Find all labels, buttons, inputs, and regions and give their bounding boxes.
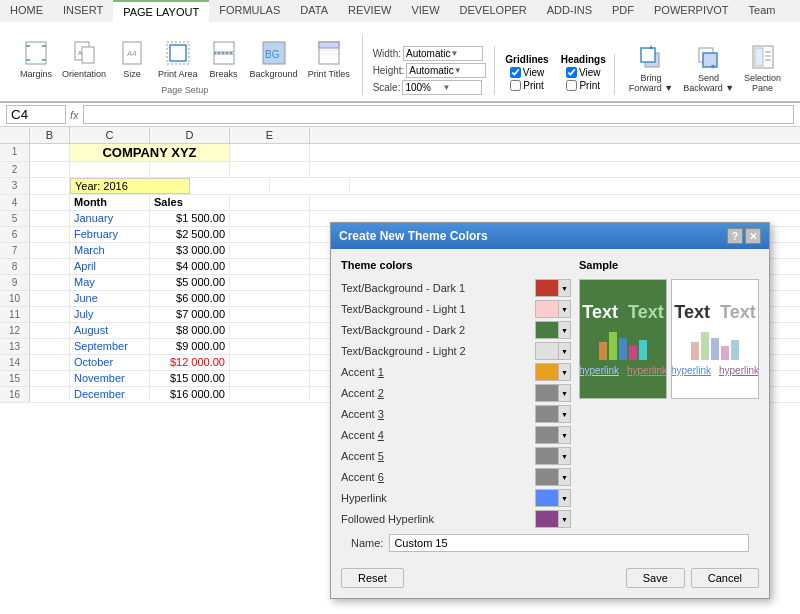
tab-team[interactable]: Team — [739, 0, 786, 22]
cell[interactable] — [30, 243, 70, 258]
gridlines-print-checkbox[interactable] — [510, 80, 521, 91]
sales-cell[interactable]: $6 000.00 — [150, 291, 230, 306]
tab-data[interactable]: DATA — [290, 0, 338, 22]
dark1-color-picker[interactable]: ▼ — [535, 279, 571, 297]
accent5-color-picker[interactable]: ▼ — [535, 447, 571, 465]
tab-insert[interactable]: INSERT — [53, 0, 113, 22]
accent4-color-picker[interactable]: ▼ — [535, 426, 571, 444]
cell[interactable] — [30, 259, 70, 274]
send-backward-button[interactable]: Send Backward ▼ — [679, 39, 738, 95]
sales-cell[interactable]: $8 000.00 — [150, 323, 230, 338]
sales-cell[interactable]: $1 500.00 — [150, 211, 230, 226]
cell[interactable] — [230, 387, 310, 402]
year-cell[interactable]: Year: 2016 — [70, 178, 190, 194]
sales-cell[interactable]: $5 000.00 — [150, 275, 230, 290]
month-cell[interactable]: November — [70, 371, 150, 386]
print-titles-button[interactable]: Print Titles — [304, 35, 354, 81]
width-dropdown[interactable]: Automatic ▼ — [403, 46, 483, 61]
sales-cell[interactable]: $7 000.00 — [150, 307, 230, 322]
save-button[interactable]: Save — [626, 568, 685, 588]
bring-forward-button[interactable]: Bring Forward ▼ — [625, 39, 677, 95]
dialog-help-button[interactable]: ? — [727, 228, 743, 244]
height-dropdown[interactable]: Automatic ▼ — [406, 63, 486, 78]
followed-hyperlink-color-picker[interactable]: ▼ — [535, 510, 571, 528]
cell[interactable] — [230, 195, 310, 210]
cell[interactable] — [30, 178, 70, 194]
light1-color-picker[interactable]: ▼ — [535, 300, 571, 318]
cell[interactable] — [190, 178, 270, 194]
tab-powerpivot[interactable]: POWERPIVOT — [644, 0, 739, 22]
formula-input[interactable] — [83, 105, 794, 124]
cell[interactable] — [30, 144, 70, 161]
sales-cell[interactable]: $16 000.00 — [150, 387, 230, 402]
reset-button[interactable]: Reset — [341, 568, 404, 588]
tab-formulas[interactable]: FORMULAS — [209, 0, 290, 22]
cell[interactable] — [230, 291, 310, 306]
gridlines-view-checkbox[interactable] — [510, 67, 521, 78]
cell[interactable] — [230, 355, 310, 370]
company-title[interactable]: COMPANY XYZ — [70, 144, 230, 161]
month-cell[interactable]: September — [70, 339, 150, 354]
month-header[interactable]: Month — [70, 195, 150, 210]
dialog-close-button[interactable]: ✕ — [745, 228, 761, 244]
cell[interactable] — [30, 195, 70, 210]
tab-view[interactable]: VIEW — [401, 0, 449, 22]
month-cell[interactable]: February — [70, 227, 150, 242]
hyperlink-color-picker[interactable]: ▼ — [535, 489, 571, 507]
cell[interactable] — [230, 144, 310, 161]
accent2-color-picker[interactable]: ▼ — [535, 384, 571, 402]
cell[interactable] — [230, 162, 310, 177]
cell[interactable] — [30, 211, 70, 226]
tab-addins[interactable]: ADD-INS — [537, 0, 602, 22]
month-cell[interactable]: May — [70, 275, 150, 290]
month-cell[interactable]: October — [70, 355, 150, 370]
tab-home[interactable]: HOME — [0, 0, 53, 22]
sales-header[interactable]: Sales — [150, 195, 230, 210]
month-cell[interactable]: December — [70, 387, 150, 402]
cell[interactable] — [230, 227, 310, 242]
dark2-color-picker[interactable]: ▼ — [535, 321, 571, 339]
cell[interactable] — [230, 371, 310, 386]
tab-developer[interactable]: DEVELOPER — [450, 0, 537, 22]
cancel-button[interactable]: Cancel — [691, 568, 759, 588]
light2-color-picker[interactable]: ▼ — [535, 342, 571, 360]
cell[interactable] — [30, 307, 70, 322]
cell[interactable] — [30, 339, 70, 354]
accent3-color-picker[interactable]: ▼ — [535, 405, 571, 423]
tab-pdf[interactable]: PDF — [602, 0, 644, 22]
cell[interactable] — [270, 178, 350, 194]
sales-cell[interactable]: $2 500.00 — [150, 227, 230, 242]
cell[interactable] — [150, 162, 230, 177]
cell[interactable] — [70, 162, 150, 177]
tab-page-layout[interactable]: PAGE LAYOUT — [113, 0, 209, 22]
sales-cell[interactable]: $9 000.00 — [150, 339, 230, 354]
cell[interactable] — [230, 307, 310, 322]
size-button[interactable]: A4 Size — [112, 35, 152, 81]
name-box[interactable] — [6, 105, 66, 124]
month-cell[interactable]: April — [70, 259, 150, 274]
month-cell[interactable]: July — [70, 307, 150, 322]
month-cell[interactable]: January — [70, 211, 150, 226]
month-cell[interactable]: June — [70, 291, 150, 306]
cell[interactable] — [30, 387, 70, 402]
tab-review[interactable]: REVIEW — [338, 0, 401, 22]
cell[interactable] — [30, 323, 70, 338]
sales-cell[interactable]: $12 000.00 — [150, 355, 230, 370]
cell[interactable] — [230, 275, 310, 290]
cell[interactable] — [30, 275, 70, 290]
sales-cell[interactable]: $3 000.00 — [150, 243, 230, 258]
accent6-color-picker[interactable]: ▼ — [535, 468, 571, 486]
cell[interactable] — [30, 162, 70, 177]
scale-dropdown[interactable]: 100% ▼ — [402, 80, 482, 95]
cell[interactable] — [230, 323, 310, 338]
cell[interactable] — [230, 339, 310, 354]
accent1-color-picker[interactable]: ▼ — [535, 363, 571, 381]
breaks-button[interactable]: Breaks — [204, 35, 244, 81]
headings-view-checkbox[interactable] — [566, 67, 577, 78]
cell[interactable] — [30, 371, 70, 386]
margins-button[interactable]: Margins — [16, 35, 56, 81]
cell[interactable] — [230, 243, 310, 258]
sales-cell[interactable]: $4 000.00 — [150, 259, 230, 274]
cell[interactable] — [30, 291, 70, 306]
selection-pane-button[interactable]: Selection Pane — [740, 39, 785, 95]
